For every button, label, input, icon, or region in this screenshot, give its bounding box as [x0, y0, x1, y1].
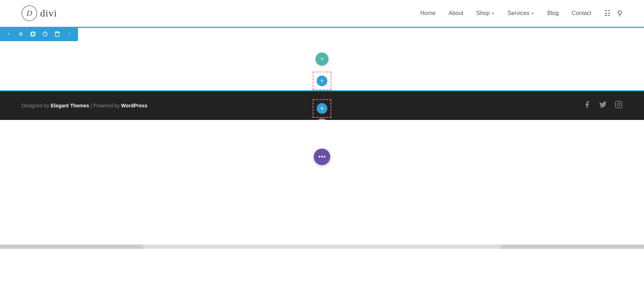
- logo-icon: D: [21, 5, 37, 21]
- svg-point-8: [617, 103, 620, 106]
- toolbar-clone-button[interactable]: [27, 28, 39, 40]
- instagram-icon[interactable]: [615, 101, 623, 111]
- scrollbar-left: [0, 245, 143, 249]
- main-nav: Home About Shop ▼ Services ▼ Blog Contac…: [420, 9, 623, 18]
- main-section: + +: [0, 27, 644, 91]
- footer-add-row-button[interactable]: +: [317, 103, 327, 114]
- logo-text: divi: [40, 8, 57, 19]
- scrollbar-mid: [143, 245, 501, 249]
- cart-icon[interactable]: ☷: [604, 9, 611, 18]
- svg-rect-7: [615, 101, 622, 108]
- add-module-button[interactable]: +: [316, 53, 328, 66]
- twitter-icon[interactable]: [599, 101, 607, 111]
- below-footer-area: •••: [0, 120, 644, 249]
- svg-rect-6: [55, 33, 59, 37]
- nav-shop[interactable]: Shop ▼: [476, 10, 494, 16]
- nav-about[interactable]: About: [448, 10, 463, 16]
- toolbar-add-button[interactable]: +: [3, 28, 14, 40]
- add-row-button[interactable]: +: [317, 76, 327, 86]
- footer-credit: Designed by Elegant Themes | Powered by …: [21, 103, 147, 108]
- search-icon[interactable]: ⚲: [617, 9, 623, 18]
- shop-chevron-icon: ▼: [491, 11, 495, 15]
- site-footer: + 1 Designed by Elegant Themes | Powered…: [0, 91, 644, 120]
- toolbar-toggle-button[interactable]: [39, 28, 51, 40]
- nav-contact[interactable]: Contact: [572, 10, 591, 16]
- nav-home[interactable]: Home: [420, 10, 436, 16]
- nav-services[interactable]: Services ▼: [508, 10, 535, 16]
- footer-add-row-dashed[interactable]: +: [313, 99, 331, 118]
- elegant-themes-link[interactable]: Elegant Themes: [51, 103, 89, 108]
- facebook-icon[interactable]: [583, 101, 591, 111]
- services-chevron-icon: ▼: [531, 11, 535, 15]
- scrollbar-right: [501, 245, 644, 249]
- logo[interactable]: D divi: [21, 5, 57, 21]
- toolbar-more-button[interactable]: ⋮: [64, 28, 75, 40]
- more-options-button[interactable]: •••: [314, 149, 330, 165]
- section-toolbar: + ⚙ ⋮: [0, 27, 78, 41]
- footer-social: [583, 101, 623, 111]
- wordpress-link[interactable]: WordPress: [121, 103, 147, 108]
- add-row-dashed-box[interactable]: +: [313, 72, 331, 90]
- nav-icon-group: ☷ ⚲: [604, 9, 623, 18]
- svg-point-9: [620, 103, 621, 103]
- nav-blog[interactable]: Blog: [547, 10, 559, 16]
- site-header: D divi Home About Shop ▼ Services ▼ Blog…: [0, 0, 644, 27]
- toolbar-settings-button[interactable]: ⚙: [15, 28, 26, 40]
- svg-rect-5: [56, 31, 59, 32]
- section-wrapper: + ⚙ ⋮ +: [0, 27, 644, 91]
- bottom-scrollbar: [0, 245, 644, 249]
- toolbar-delete-button[interactable]: [52, 28, 63, 40]
